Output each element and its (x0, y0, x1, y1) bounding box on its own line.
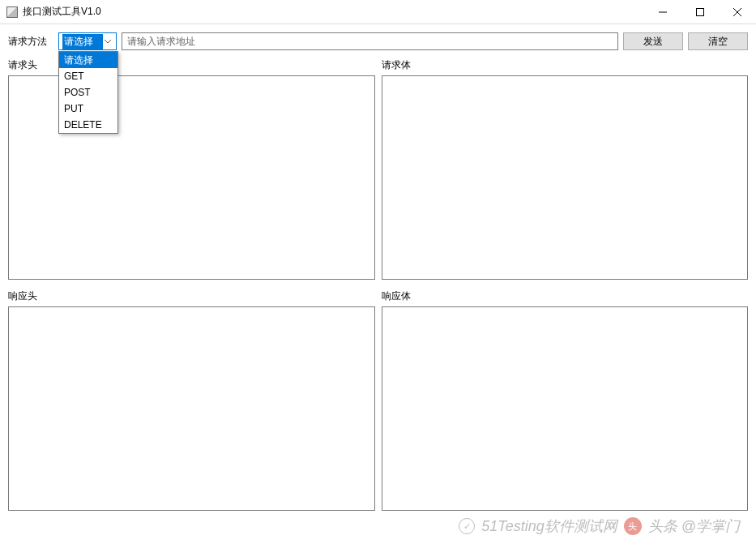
method-dropdown: 请选择 GET POST PUT DELETE (58, 51, 118, 134)
svg-rect-1 (697, 8, 704, 15)
app-icon (6, 6, 18, 18)
response-body-label: 响应体 (382, 289, 749, 303)
response-panels: 响应头 响应体 (8, 289, 748, 511)
response-body-textarea[interactable] (382, 306, 749, 511)
method-option-put[interactable]: PUT (59, 101, 117, 117)
maximize-button[interactable] (681, 0, 719, 24)
wechat-icon: ✓ (459, 518, 475, 534)
watermark-text-1: 51Testing软件测试网 (481, 516, 617, 536)
method-option-delete[interactable]: DELETE (59, 117, 117, 133)
close-button[interactable] (719, 0, 756, 24)
request-panels: 请求头 请求体 (8, 58, 748, 280)
method-label: 请求方法 (8, 35, 53, 49)
response-headers-panel: 响应头 (8, 289, 375, 511)
toutiao-icon: 头 (624, 517, 642, 535)
window-title: 接口测试工具V1.0 (23, 5, 644, 19)
watermark-text-2: 头条 @学掌门 (648, 516, 740, 536)
method-option-placeholder[interactable]: 请选择 (59, 52, 117, 68)
titlebar: 接口测试工具V1.0 (0, 0, 756, 24)
clear-button[interactable]: 清空 (688, 32, 748, 50)
method-selected-text: 请选择 (62, 34, 103, 49)
request-toolbar: 请求方法 请选择 请选择 GET POST PUT DELETE 发送 清空 (8, 32, 748, 50)
watermark: ✓ 51Testing软件测试网 头 头条 @学掌门 (459, 516, 740, 536)
request-body-label: 请求体 (382, 58, 749, 72)
method-option-get[interactable]: GET (59, 68, 117, 84)
method-option-post[interactable]: POST (59, 84, 117, 101)
chevron-down-icon (103, 40, 113, 44)
request-body-textarea[interactable] (382, 75, 749, 280)
response-body-panel: 响应体 (382, 289, 749, 511)
response-headers-textarea[interactable] (8, 306, 375, 511)
window-controls (644, 0, 756, 24)
content-area: 请求方法 请选择 请选择 GET POST PUT DELETE 发送 清空 请… (0, 24, 756, 511)
request-body-panel: 请求体 (382, 58, 749, 280)
minimize-button[interactable] (644, 0, 681, 24)
method-select[interactable]: 请选择 请选择 GET POST PUT DELETE (58, 32, 117, 50)
send-button[interactable]: 发送 (623, 32, 683, 50)
url-input[interactable] (122, 32, 618, 50)
response-headers-label: 响应头 (8, 289, 375, 303)
